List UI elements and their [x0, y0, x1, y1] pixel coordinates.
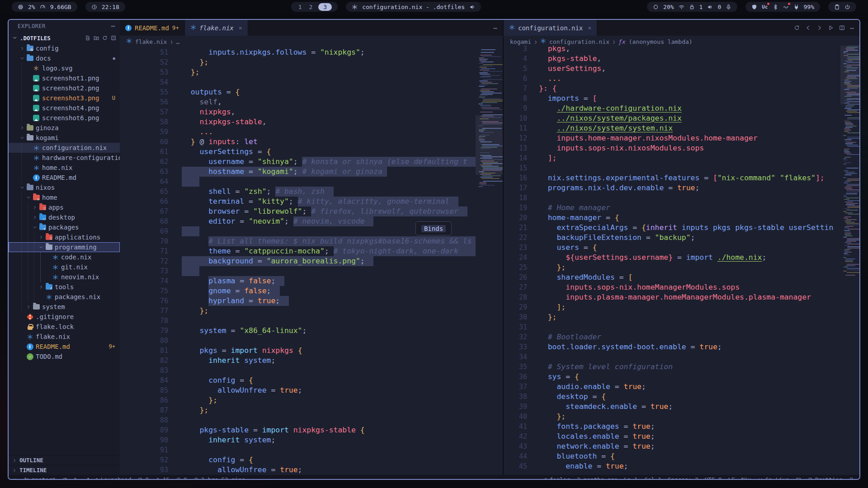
gauge-icon[interactable]	[40, 4, 46, 10]
code-line[interactable]: 3 pkgs,	[504, 44, 859, 54]
code-line[interactable]: 53 };	[120, 67, 503, 77]
tree-item-screenshot4.png[interactable]: screenshot4.png	[9, 103, 120, 113]
code-line[interactable]: 36 sys = {	[504, 372, 859, 382]
code-line[interactable]: 93 allowUnfree = true;	[120, 465, 503, 475]
close-icon[interactable]: ×	[239, 24, 242, 31]
code-editor[interactable]: 3 pkgs,4 pkgs-stable,5 userSettings,6 ..…	[504, 44, 859, 475]
code-line[interactable]: 30 };	[504, 312, 859, 322]
indentation[interactable]: Spaces: 2	[668, 476, 698, 480]
tree-item-.gitignore[interactable]: .gitignore	[9, 312, 120, 322]
code-line[interactable]: 13 inputs.sops-nix.nixosModules.sops	[504, 143, 859, 153]
code-line[interactable]: 21 extraSpecialArgs = {inherit inputs pk…	[504, 223, 859, 233]
code-line[interactable]: 8 imports = [	[504, 94, 859, 103]
run-icon[interactable]	[828, 25, 834, 31]
power-icon[interactable]	[844, 4, 850, 10]
code-line[interactable]: 22 backupFileExtension = "backup";	[504, 233, 859, 243]
tree-item-config[interactable]: ⚙config	[9, 43, 120, 53]
code-line[interactable]: 16 nix.settings.experimental-features = …	[504, 173, 859, 183]
code-line[interactable]: 12 inputs.home-manager.nixosModules.home…	[504, 133, 859, 143]
tree-item-logo.svg[interactable]: logo.svg	[9, 63, 120, 73]
go-live[interactable]: Go Live	[758, 476, 789, 480]
prettier[interactable]: Prettier	[807, 476, 842, 480]
code-line[interactable]: 65 shell = "zsh"; # bash, zsh	[120, 187, 503, 197]
code-line[interactable]: 80	[120, 336, 503, 346]
code-line[interactable]: 84 config = {	[120, 375, 503, 385]
minimap-slider[interactable]	[840, 46, 859, 104]
code-line[interactable]: 88	[120, 415, 503, 425]
tree-item-neovim.nix[interactable]: neovim.nix	[9, 272, 120, 282]
tree-item-programming[interactable]: programming	[9, 242, 120, 252]
code-line[interactable]: 35 # System level configuration	[504, 362, 859, 372]
cursor-position[interactable]: Ln 1, Col 1	[624, 476, 661, 480]
plug-icon[interactable]	[793, 4, 799, 10]
workspace-2[interactable]: 2	[308, 4, 314, 10]
brightness-icon[interactable]	[653, 4, 659, 10]
tree-item-todo.md[interactable]: TODO.md	[9, 352, 120, 361]
code-line[interactable]: 34	[504, 352, 859, 362]
refresh-icon[interactable]	[102, 35, 108, 41]
code-line[interactable]: 26 sharedModules = [	[504, 272, 859, 282]
code-line[interactable]: 42 locales.enable = true;	[504, 432, 859, 441]
code-line[interactable]: 15	[504, 163, 859, 173]
code-line[interactable]: 45 enable = true;	[504, 461, 859, 471]
code-line[interactable]: 62 username = "shinya"; # konsta or shin…	[120, 157, 503, 167]
tree-item-home.nix[interactable]: home.nix	[9, 163, 120, 173]
code-line[interactable]: 52 };	[120, 57, 503, 67]
code-line[interactable]: 23 users = {	[504, 243, 859, 253]
clipboard-icon[interactable]	[834, 4, 840, 10]
tree-item-flake.lock[interactable]: flake.lock	[9, 322, 120, 332]
tab-flake.nix[interactable]: flake.nix×	[185, 20, 248, 36]
mic-icon[interactable]	[726, 4, 731, 10]
tab-configuration.nix[interactable]: configuration.nix×	[504, 20, 597, 36]
shield-icon[interactable]	[751, 4, 757, 10]
code-line[interactable]: 25 };	[504, 263, 859, 272]
code-line[interactable]: 24 ${userSettings.username} = import ./h…	[504, 253, 859, 263]
sync-icon[interactable]	[794, 25, 800, 31]
code-line[interactable]: 79 system = "x86_64-linux";	[120, 326, 503, 336]
section-timeline[interactable]: TIMELINE	[9, 465, 120, 475]
code-line[interactable]: 90 inherit system;	[120, 435, 503, 445]
encoding[interactable]: UTF-8	[705, 476, 722, 480]
code-line[interactable]: 61 userSettings = {	[120, 147, 503, 157]
ports[interactable]: 0	[176, 476, 187, 480]
code-line[interactable]: 17 programs.nix-ld.dev.enable = true;	[504, 183, 859, 193]
code-line[interactable]: 77 };	[120, 306, 503, 316]
code-line[interactable]: 43 network.enable = true;	[504, 441, 859, 451]
code-line[interactable]: 81 pkgs = import nixpkgs {	[120, 346, 503, 356]
launchpad[interactable]: Launchpad	[85, 476, 132, 480]
code-line[interactable]: 4 pkgs-stable,	[504, 54, 859, 64]
code-line[interactable]: 71 theme = "catppuccin-mocha"; # tokyo-n…	[120, 246, 503, 256]
code-line[interactable]: 92 config = {	[120, 455, 503, 465]
forward-icon[interactable]	[816, 25, 822, 31]
tree-item-nixos[interactable]: nixos	[9, 183, 120, 192]
code-line[interactable]: 83	[120, 366, 503, 375]
tree-item-desktop[interactable]: ▭desktop	[9, 212, 120, 222]
collapse-all-icon[interactable]	[111, 35, 116, 41]
code-line[interactable]: 64	[120, 177, 503, 187]
code-line[interactable]: 74 plasma = false;	[120, 276, 503, 286]
code-line[interactable]: 82 inherit system;	[120, 356, 503, 366]
tree-item-screenshot6.png[interactable]: screenshot6.png	[9, 113, 120, 123]
cpu-icon[interactable]	[18, 4, 24, 10]
minimap[interactable]	[476, 47, 503, 475]
code-line[interactable]: 87 };	[120, 405, 503, 415]
minimap-slider[interactable]	[476, 115, 503, 175]
warnings[interactable]: 15	[155, 476, 170, 480]
code-line[interactable]: 27 inputs.sops-nix.homeManagerModules.so…	[504, 282, 859, 292]
errors[interactable]: 0	[137, 476, 149, 480]
browser-preview[interactable]	[796, 477, 801, 480]
code-line[interactable]: 60 } @ inputs: let	[120, 137, 503, 147]
new-file-icon[interactable]	[85, 35, 90, 41]
code-line[interactable]: 57 nixpkgs,	[120, 107, 503, 117]
code-line[interactable]: 78	[120, 316, 503, 326]
tree-item-screenshot3.png[interactable]: screenshot3.pngU	[9, 93, 120, 103]
code-line[interactable]: 37 audio.enable = true;	[504, 382, 859, 392]
tree-item-ginoza[interactable]: ginoza	[9, 123, 120, 133]
tree-item-configuration.nix[interactable]: configuration.nix	[9, 143, 120, 153]
tree-item-flake.nix[interactable]: flake.nix	[9, 332, 120, 342]
code-line[interactable]: 66 terminal = "kitty"; # kitty, alacritt…	[120, 197, 503, 206]
code-line[interactable]: 18	[504, 193, 859, 203]
code-line[interactable]: 33 boot.loader.systemd-boot.enable = tru…	[504, 342, 859, 352]
tree-item-readme.md[interactable]: iREADME.md9+	[9, 342, 120, 352]
code-line[interactable]: 76 hyprland = true;	[120, 296, 503, 306]
